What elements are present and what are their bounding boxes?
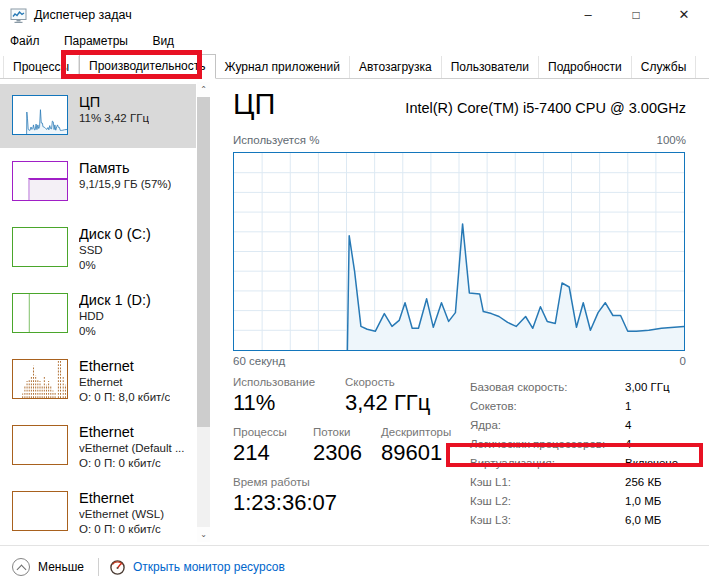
- menu-file[interactable]: Файл: [0, 30, 50, 48]
- scroll-down-icon[interactable]: ⌄: [197, 527, 210, 542]
- window-title: Диспетчер задач: [34, 8, 132, 22]
- open-resource-monitor-link[interactable]: Открыть монитор ресурсов: [133, 560, 285, 574]
- minimize-button[interactable]: –: [572, 4, 604, 26]
- tab-users[interactable]: Пользователи: [442, 56, 539, 78]
- sidebar-memory-title: Память: [79, 159, 171, 177]
- stat-speed-label: Скорость: [345, 376, 465, 388]
- cpu-stats-left: Использование Скорость 11% 3,42 ГГц Проц…: [233, 376, 465, 530]
- sidebar-disk1-usage: 0%: [79, 324, 151, 339]
- stat-cores-label: Ядра:: [470, 416, 625, 435]
- sidebar-cpu-stats: 11% 3,42 ГГц: [79, 111, 149, 126]
- sidebar-memory-stats: 9,1/15,9 ГБ (57%): [79, 177, 171, 192]
- tab-services[interactable]: Службы: [632, 56, 696, 78]
- stat-utilization-label: Использование: [233, 376, 345, 388]
- status-bar: Меньше Открыть монитор ресурсов: [0, 545, 709, 588]
- stat-base-speed-label: Базовая скорость:: [470, 378, 625, 397]
- stat-threads-value: 2306: [313, 440, 381, 466]
- sidebar-ethernet1-stats: О: 0 П: 8,0 кбит/с: [79, 390, 170, 405]
- cpu-mini-chart: [12, 95, 68, 135]
- scroll-up-icon[interactable]: ⌃: [197, 82, 210, 97]
- footer-divider: [98, 558, 99, 576]
- sidebar-ethernet1-title: Ethernet: [79, 357, 170, 375]
- sidebar-ethernet2-stats: О: 0 П: 0 кбит/с: [79, 456, 184, 471]
- sidebar-cpu-title: ЦП: [79, 93, 149, 111]
- sidebar-ethernet2-title: Ethernet: [79, 423, 184, 441]
- sidebar-disk1-title: Диск 1 (D:): [79, 291, 151, 309]
- ethernet1-mini-chart: [12, 359, 68, 399]
- stat-utilization-value: 11%: [233, 390, 345, 416]
- sidebar-disk0-usage: 0%: [79, 258, 151, 273]
- disk1-mini-chart: [12, 293, 68, 333]
- menu-view[interactable]: Вид: [142, 30, 184, 48]
- graph-usage-label: Используется %: [233, 134, 319, 146]
- stat-handles-label: Дескрипторы: [381, 426, 465, 438]
- sidebar-item-disk1[interactable]: Диск 1 (D:) HDD 0%: [0, 282, 196, 346]
- stat-speed-value: 3,42 ГГц: [345, 390, 465, 416]
- cpu-model-name: Intel(R) Core(TM) i5-7400 CPU @ 3.00GHz: [405, 100, 686, 116]
- sidebar-item-disk0[interactable]: Диск 0 (C:) SSD 0%: [0, 216, 196, 280]
- stat-cache-l3-value: 6,0 МБ: [625, 511, 686, 530]
- stat-virtualization-label: Виртуализация:: [470, 454, 625, 473]
- stat-cores-value: 4: [625, 416, 686, 435]
- resource-monitor-icon: [109, 559, 126, 576]
- tab-app-history[interactable]: Журнал приложений: [216, 56, 350, 78]
- stat-sockets-label: Сокетов:: [470, 397, 625, 416]
- fewer-details-button[interactable]: Меньше: [38, 560, 84, 574]
- cpu-usage-graph[interactable]: [233, 152, 685, 351]
- maximize-button[interactable]: □: [620, 4, 652, 26]
- stat-cache-l3-label: Кэш L3:: [470, 511, 625, 530]
- title-bar: Диспетчер задач – □ ✕: [0, 0, 709, 30]
- memory-mini-chart: [12, 161, 68, 201]
- tab-bar: Процессы Производительность Журнал прило…: [0, 54, 709, 79]
- sidebar-disk0-title: Диск 0 (C:): [79, 225, 151, 243]
- menu-bar: Файл Параметры Вид: [0, 30, 709, 54]
- task-manager-window: Диспетчер задач – □ ✕ Файл Параметры Вид…: [0, 0, 709, 588]
- stat-processes-value: 214: [233, 440, 313, 466]
- stat-processes-label: Процессы: [233, 426, 313, 438]
- sidebar-ethernet1-name: Ethernet: [79, 375, 170, 390]
- sidebar-disk0-type: SSD: [79, 243, 151, 258]
- cpu-detail-panel: ЦП Intel(R) Core(TM) i5-7400 CPU @ 3.00G…: [228, 79, 709, 545]
- stat-handles-value: 89601: [381, 440, 465, 466]
- performance-content: ЦП 11% 3,42 ГГц Память 9,1/15,9 ГБ (57%): [0, 79, 709, 545]
- sidebar-item-ethernet2[interactable]: Ethernet vEthernet (Default ... О: 0 П: …: [0, 414, 196, 478]
- tab-performance[interactable]: Производительность: [79, 54, 215, 79]
- sidebar-ethernet3-stats: О: 0 П: 0 кбит/с: [79, 522, 164, 537]
- stat-base-speed-value: 3,00 ГГц: [625, 378, 686, 397]
- cpu-stats-right: Базовая скорость:3,00 ГГц Сокетов:1 Ядра…: [470, 376, 686, 530]
- stat-sockets-value: 1: [625, 397, 686, 416]
- ethernet3-mini-chart: [12, 491, 68, 531]
- stat-threads-label: Потоки: [313, 426, 381, 438]
- scrollbar-thumb[interactable]: [197, 97, 210, 427]
- tab-details[interactable]: Подробности: [539, 56, 632, 78]
- graph-timespan-label: 60 секунд: [233, 355, 285, 367]
- menu-options[interactable]: Параметры: [54, 30, 138, 48]
- stat-uptime-label: Время работы: [233, 476, 465, 488]
- tab-processes[interactable]: Процессы: [3, 56, 79, 78]
- stat-cache-l1-label: Кэш L1:: [470, 473, 625, 492]
- sidebar-ethernet3-name: vEthernet (WSL): [79, 507, 164, 522]
- cpu-stats: Использование Скорость 11% 3,42 ГГц Проц…: [233, 376, 686, 530]
- close-button[interactable]: ✕: [668, 4, 700, 26]
- sidebar-item-memory[interactable]: Память 9,1/15,9 ГБ (57%): [0, 150, 196, 214]
- sidebar-item-cpu[interactable]: ЦП 11% 3,42 ГГц: [0, 84, 196, 148]
- sidebar-item-ethernet3[interactable]: Ethernet vEthernet (WSL) О: 0 П: 0 кбит/…: [0, 480, 196, 544]
- performance-sidebar: ЦП 11% 3,42 ГГц Память 9,1/15,9 ГБ (57%): [0, 79, 196, 545]
- sidebar-scrollbar[interactable]: ⌃ ⌄: [197, 82, 210, 542]
- stat-cache-l2-label: Кэш L2:: [470, 492, 625, 511]
- graph-zero-label: 0: [680, 355, 686, 367]
- cpu-panel-title: ЦП: [233, 87, 275, 121]
- sidebar-item-ethernet1[interactable]: Ethernet Ethernet О: 0 П: 8,0 кбит/с: [0, 348, 196, 412]
- sidebar-ethernet3-title: Ethernet: [79, 489, 164, 507]
- chevron-up-icon[interactable]: [12, 558, 30, 576]
- sidebar-ethernet2-name: vEthernet (Default ...: [79, 441, 184, 456]
- stat-cache-l2-value: 1,0 МБ: [625, 492, 686, 511]
- ethernet2-mini-chart: [12, 425, 68, 465]
- stat-logical-processors-value: 4: [625, 435, 686, 454]
- stat-cache-l1-value: 256 КБ: [625, 473, 686, 492]
- task-manager-icon: [10, 7, 27, 24]
- stat-uptime-value: 1:23:36:07: [233, 490, 465, 516]
- stat-virtualization-value: Включено: [625, 454, 686, 473]
- disk0-mini-chart: [12, 227, 68, 267]
- tab-startup[interactable]: Автозагрузка: [350, 56, 442, 78]
